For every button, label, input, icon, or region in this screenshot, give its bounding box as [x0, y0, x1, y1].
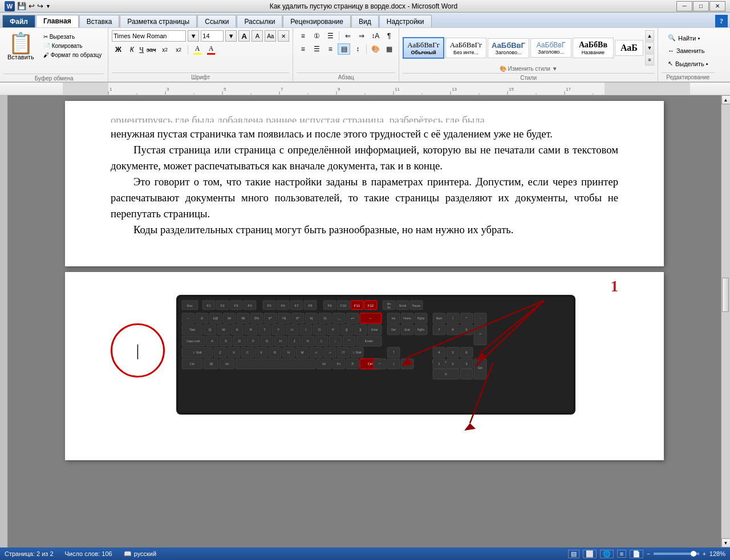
help-btn[interactable]: ?: [715, 15, 728, 27]
scroll-up-btn[interactable]: ▲: [721, 95, 731, 104]
align-right-btn[interactable]: ≡: [324, 43, 336, 55]
tab-bar: Файл Главная Вставка Разметка страницы С…: [0, 13, 730, 27]
decrease-indent-btn[interactable]: ⇐: [342, 30, 354, 42]
italic-button[interactable]: К: [125, 44, 138, 55]
view-layout-btn[interactable]: ▤: [568, 550, 579, 558]
svg-text:←: ←: [378, 361, 382, 366]
spell-check-status[interactable]: 📖 русский: [124, 550, 156, 558]
tab-home[interactable]: Главная: [36, 15, 79, 27]
quick-dropdown-btn[interactable]: ▼: [46, 3, 51, 9]
view-fullscreen-btn[interactable]: ⬜: [583, 550, 597, 558]
svg-text:Ctrl: Ctrl: [190, 362, 194, 366]
align-justify-btn[interactable]: ▤: [338, 43, 350, 55]
copy-button[interactable]: 📄 Копировать: [40, 42, 105, 50]
svg-text:S: S: [225, 339, 227, 343]
word-count-status: Число слов: 106: [65, 550, 112, 557]
svg-text:PgDn: PgDn: [417, 328, 425, 331]
svg-text:11: 11: [395, 87, 400, 92]
underline-button[interactable]: Ч: [139, 46, 144, 54]
font-size-dropdown-btn[interactable]: ▼: [225, 30, 237, 42]
superscript-btn[interactable]: x2: [172, 44, 185, 55]
tab-insert[interactable]: Вставка: [79, 15, 120, 27]
tab-addins[interactable]: Надстройки: [379, 15, 432, 27]
font-label: Шрифт: [112, 72, 289, 80]
find-button[interactable]: 🔍 Найти •: [665, 33, 711, 43]
subscript-btn[interactable]: x2: [159, 44, 171, 55]
svg-text:17: 17: [566, 87, 571, 92]
align-left-btn[interactable]: ≡: [297, 43, 309, 55]
style-h1-item[interactable]: АаБбВвГ Заголово...: [488, 38, 529, 58]
change-styles-btn[interactable]: 🎨 Изменить стили ▼: [500, 66, 558, 72]
minimize-btn[interactable]: ─: [676, 1, 692, 11]
line-spacing-btn[interactable]: ↕: [351, 43, 364, 55]
grow-font-btn[interactable]: A: [238, 30, 250, 42]
quick-save-btn[interactable]: 💾: [17, 2, 26, 10]
align-center-btn[interactable]: ☰: [310, 43, 323, 55]
language-label: русский: [134, 550, 156, 557]
font-size-input[interactable]: [201, 30, 224, 42]
style-h2-item[interactable]: АаБбВвГ Заголово...: [530, 38, 571, 58]
svg-text:F12: F12: [368, 304, 374, 307]
tab-refs[interactable]: Ссылки: [197, 15, 236, 27]
cut-button[interactable]: ✂ Вырезать: [40, 33, 105, 41]
list-bullet-btn[interactable]: ≡: [297, 30, 309, 42]
svg-text:U: U: [291, 328, 293, 331]
view-outline-btn[interactable]: ≡: [617, 550, 626, 558]
quick-redo-btn[interactable]: ↪: [37, 2, 43, 10]
paste-label: Вставить: [7, 54, 34, 60]
tab-file[interactable]: Файл: [2, 15, 35, 27]
clear-all-btn[interactable]: ✕: [278, 30, 289, 42]
tab-view[interactable]: Вид: [351, 15, 379, 27]
svg-text:Tab: Tab: [189, 328, 195, 331]
svg-text:F8: F8: [308, 304, 313, 307]
border-btn[interactable]: ▦: [383, 43, 395, 55]
increase-indent-btn[interactable]: ⇒: [355, 30, 368, 42]
quick-undo-btn[interactable]: ↩: [29, 2, 35, 10]
zoom-out-btn[interactable]: −: [647, 551, 650, 557]
svg-text:~`: ~`: [186, 316, 190, 320]
cursor-circle-container: |: [111, 323, 165, 378]
show-marks-btn[interactable]: ¶: [383, 30, 395, 42]
list-multilevel-btn[interactable]: ☰: [324, 30, 336, 42]
format-painter-button[interactable]: 🖌 Формат по образцу: [40, 51, 105, 59]
style-more-item[interactable]: АаБ: [615, 40, 643, 56]
replace-button[interactable]: ↔ Заменить: [665, 46, 711, 56]
style-normal-item[interactable]: АаБбВвГг Обычный: [403, 37, 444, 59]
restore-btn[interactable]: □: [693, 1, 709, 11]
select-button[interactable]: ↖ Выделить •: [665, 58, 711, 69]
style-title-item[interactable]: АаБбВв Название: [573, 38, 614, 58]
paste-button[interactable]: 📋 Вставить: [3, 30, 38, 63]
clear-format-btn[interactable]: Aa: [265, 30, 276, 42]
vertical-scrollbar[interactable]: ▲ ▼: [721, 95, 730, 547]
strikethrough-btn[interactable]: зач: [145, 44, 157, 55]
tab-layout[interactable]: Разметка страницы: [120, 15, 197, 27]
scroll-thumb[interactable]: [722, 278, 729, 312]
sort-btn[interactable]: ↕A: [369, 30, 382, 42]
shrink-font-btn[interactable]: A: [252, 30, 263, 42]
document-scroll-area[interactable]: ориентируясь где была добавлена раннее и…: [8, 95, 721, 547]
styles-scroll-up-btn[interactable]: ▲: [645, 30, 654, 42]
styles-expand-btn[interactable]: ≡: [645, 54, 654, 66]
view-draft-btn[interactable]: 📄: [630, 550, 643, 558]
bold-button[interactable]: Ж: [112, 44, 124, 55]
font-name-input[interactable]: [112, 30, 186, 42]
tab-mail[interactable]: Рассылки: [237, 15, 282, 27]
zoom-in-btn[interactable]: +: [703, 551, 706, 557]
svg-text:←: ←: [369, 316, 372, 320]
tab-review[interactable]: Рецензирование: [283, 15, 351, 27]
font-color-button[interactable]: А: [205, 43, 217, 56]
view-web-btn[interactable]: 🌐: [600, 550, 614, 558]
close-btn[interactable]: ✕: [709, 1, 725, 11]
scroll-track[interactable]: [721, 104, 730, 538]
svg-text:Del: Del: [391, 328, 396, 331]
style-nospacing-item[interactable]: АаБбВвГг Без инте...: [445, 38, 486, 58]
styles-scroll-down-btn[interactable]: ▼: [645, 42, 654, 54]
zoom-slider[interactable]: [654, 553, 699, 555]
scroll-down-btn[interactable]: ▼: [721, 538, 731, 547]
list-number-btn[interactable]: ①: [310, 30, 323, 42]
svg-rect-1: [63, 83, 108, 95]
text-highlight-button[interactable]: А: [191, 43, 204, 56]
styles-label: Стили: [403, 73, 654, 81]
font-name-dropdown-btn[interactable]: ▼: [188, 30, 199, 42]
shading-btn[interactable]: 🎨: [369, 43, 382, 55]
